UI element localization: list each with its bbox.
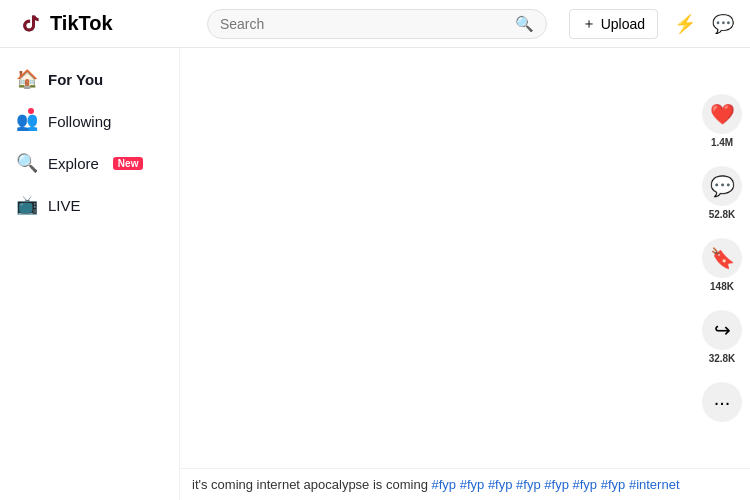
hashtag-fyp-4[interactable]: #fyp xyxy=(516,477,541,492)
comment-button[interactable]: 💬 52.8K xyxy=(702,166,742,220)
hashtag-fyp-2[interactable]: #fyp xyxy=(460,477,485,492)
sidebar-item-live[interactable]: 📺 LIVE xyxy=(0,184,179,226)
hashtag-fyp-5[interactable]: #fyp xyxy=(544,477,569,492)
more-button[interactable]: ··· xyxy=(702,382,742,422)
content-area: NASA WARNS OF "INTERNET APOCALYPSE" THAT… xyxy=(180,48,750,500)
notification-dot xyxy=(28,108,34,114)
live-icon: 📺 xyxy=(16,194,38,216)
comment-icon: 💬 xyxy=(702,166,742,206)
right-action-bar: ❤️ 1.4M 💬 52.8K 🔖 148K ↪ 32.8K ··· xyxy=(694,48,750,468)
video-section: NASA WARNS OF "INTERNET APOCALYPSE" THAT… xyxy=(180,48,694,468)
following-icon: 👥 xyxy=(16,110,38,132)
header-actions: ＋ Upload ⚡ 💬 xyxy=(569,9,734,39)
caption-text: it's coming internet apocalypse is comin… xyxy=(192,477,431,492)
bookmark-icon: 🔖 xyxy=(702,238,742,278)
home-icon: 🏠 xyxy=(16,68,38,90)
filter-icon[interactable]: ⚡ xyxy=(674,13,696,35)
like-button[interactable]: ❤️ 1.4M xyxy=(702,94,742,148)
hashtag-fyp-6[interactable]: #fyp xyxy=(573,477,598,492)
main-layout: 🏠 For You 👥 Following 🔍 Explore New 📺 LI… xyxy=(0,48,750,500)
new-badge: New xyxy=(113,157,144,170)
explore-icon: 🔍 xyxy=(16,152,38,174)
hashtag-fyp-1[interactable]: #fyp xyxy=(431,477,456,492)
video-wrapper: NASA WARNS OF "INTERNET APOCALYPSE" THAT… xyxy=(180,48,750,468)
search-bar[interactable]: 🔍 xyxy=(207,9,547,39)
plus-icon: ＋ xyxy=(582,15,596,33)
logo-area: TikTok xyxy=(16,10,196,38)
header: TikTok 🔍 ＋ Upload ⚡ 💬 xyxy=(0,0,750,48)
more-icon: ··· xyxy=(702,382,742,422)
video-caption: it's coming internet apocalypse is comin… xyxy=(180,468,750,500)
bookmark-button[interactable]: 🔖 148K xyxy=(702,238,742,292)
hashtag-fyp-3[interactable]: #fyp xyxy=(488,477,513,492)
like-icon: ❤️ xyxy=(702,94,742,134)
upload-button[interactable]: ＋ Upload xyxy=(569,9,658,39)
hashtag-fyp-7[interactable]: #fyp xyxy=(601,477,626,492)
hashtag-internet[interactable]: #internet xyxy=(629,477,680,492)
sidebar-item-following[interactable]: 👥 Following xyxy=(0,100,179,142)
share-button[interactable]: ↪ 32.8K xyxy=(702,310,742,364)
app-title: TikTok xyxy=(50,12,113,35)
search-icon: 🔍 xyxy=(515,15,534,33)
inbox-icon[interactable]: 💬 xyxy=(712,13,734,35)
sidebar: 🏠 For You 👥 Following 🔍 Explore New 📺 LI… xyxy=(0,48,180,500)
search-input[interactable] xyxy=(220,16,507,32)
svg-rect-0 xyxy=(16,10,44,38)
share-icon: ↪ xyxy=(702,310,742,350)
sidebar-item-explore[interactable]: 🔍 Explore New xyxy=(0,142,179,184)
tiktok-logo-icon xyxy=(16,10,44,38)
sidebar-item-for-you[interactable]: 🏠 For You xyxy=(0,58,179,100)
